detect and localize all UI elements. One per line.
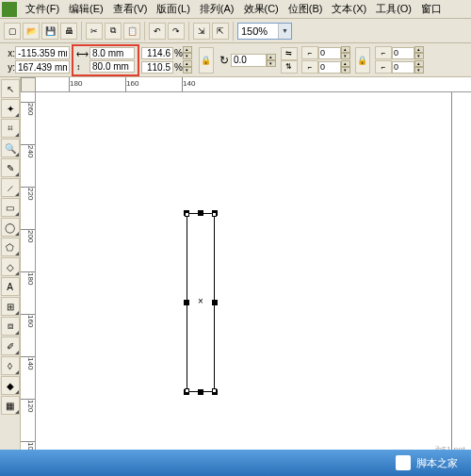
corner-icon[interactable]: ⌐ (301, 46, 318, 59)
spin-down[interactable]: ▾ (414, 67, 424, 74)
percent-label: % (174, 48, 183, 58)
lock-ratio-icon[interactable]: 🔒 (199, 47, 214, 74)
x-label: x: (4, 48, 15, 58)
zoom-combo[interactable]: ▼ (237, 23, 292, 40)
blend-tool[interactable]: ⧈ (1, 317, 20, 336)
menu-file[interactable]: 文件(F) (21, 0, 64, 18)
selection-handle-ml[interactable] (184, 300, 189, 305)
print-icon[interactable]: 🖶 (60, 23, 77, 40)
spin-down[interactable]: ▾ (341, 53, 350, 59)
crop-tool[interactable]: ⌗ (1, 119, 20, 138)
scale-y-input[interactable] (141, 61, 173, 74)
drawing-canvas[interactable]: × jb51.net (36, 92, 471, 473)
spin-up[interactable]: ▴ (414, 46, 424, 53)
node-handle[interactable] (185, 388, 189, 393)
y-position-input[interactable] (15, 60, 70, 74)
open-icon[interactable]: 📂 (23, 23, 40, 40)
spin-up[interactable]: ▴ (341, 60, 350, 67)
menu-text[interactable]: 文本(X) (327, 0, 371, 18)
zoom-tool[interactable]: 🔍 (1, 139, 20, 157)
spin-down[interactable]: ▾ (414, 53, 424, 59)
interactive-fill-tool[interactable]: ▦ (1, 396, 20, 415)
horizontal-ruler[interactable]: 180 160 140 (36, 77, 471, 92)
corner-icon[interactable]: ⌐ (375, 60, 392, 74)
footer-text: 脚本之家 (416, 456, 458, 470)
ruler-tick: 180 (21, 271, 35, 272)
eyedropper-tool[interactable]: ✐ (1, 336, 20, 355)
canvas-area: 180 160 140 260 240 220 200 180 160 140 … (21, 77, 471, 473)
selection-handle-bm[interactable] (198, 389, 203, 395)
ruler-tick: 160 (21, 314, 35, 315)
menu-effects[interactable]: 效果(C) (239, 0, 284, 18)
spin-up[interactable]: ▴ (341, 46, 350, 53)
save-icon[interactable]: 💾 (41, 23, 58, 40)
spin-up[interactable]: ▴ (414, 60, 424, 67)
node-handle[interactable] (212, 212, 217, 217)
menu-layout[interactable]: 版面(L) (152, 0, 194, 18)
menu-view[interactable]: 查看(V) (108, 0, 153, 18)
percent-label: % (174, 62, 183, 73)
paste-icon[interactable]: 📋 (123, 23, 140, 40)
menu-window[interactable]: 窗口 (416, 0, 447, 18)
width-input[interactable] (89, 47, 135, 59)
basic-shapes-tool[interactable]: ◇ (1, 257, 20, 276)
rotation-input[interactable] (231, 54, 267, 67)
menu-arrange[interactable]: 排列(A) (195, 0, 239, 18)
node-handle[interactable] (185, 212, 189, 217)
spin-down[interactable]: ▾ (341, 67, 350, 74)
ruler-origin[interactable] (21, 77, 36, 92)
corner4-input[interactable] (392, 61, 414, 74)
width-icon: ⟷ (76, 49, 89, 58)
polygon-tool[interactable]: ⬠ (1, 238, 20, 256)
selection-handle-tm[interactable] (198, 210, 203, 216)
export-icon[interactable]: ⇱ (212, 23, 229, 40)
zoom-input[interactable] (238, 25, 278, 37)
corner3-input[interactable] (392, 47, 414, 59)
spin-up[interactable]: ▴ (267, 54, 276, 60)
spin-up[interactable]: ▴ (183, 60, 192, 67)
menu-tools[interactable]: 工具(O) (371, 0, 416, 18)
cut-icon[interactable]: ✂ (86, 23, 103, 40)
vertical-ruler[interactable]: 260 240 220 200 180 160 140 120 100 (21, 92, 36, 473)
lock-icon[interactable]: 🔒 (355, 47, 370, 74)
x-position-input[interactable] (15, 46, 70, 59)
corner2-input[interactable] (318, 61, 341, 74)
mirror-h-icon[interactable]: ⇋ (281, 47, 298, 60)
menu-bitmaps[interactable]: 位图(B) (284, 0, 328, 18)
shape-tool[interactable]: ✦ (1, 99, 20, 118)
spin-down[interactable]: ▾ (183, 53, 192, 59)
ruler-tick: 120 (21, 399, 35, 400)
scale-x-input[interactable] (141, 47, 173, 59)
mirror-v-icon[interactable]: ⇅ (281, 60, 298, 74)
footer-logo-icon (396, 455, 411, 470)
spin-up[interactable]: ▴ (183, 46, 192, 53)
table-tool[interactable]: ⊞ (1, 297, 20, 316)
spin-down[interactable]: ▾ (183, 67, 192, 74)
copy-icon[interactable]: ⧉ (105, 23, 122, 40)
undo-icon[interactable]: ↶ (149, 23, 166, 40)
rectangle-tool[interactable]: ▭ (1, 198, 20, 217)
height-input[interactable] (89, 60, 135, 73)
new-icon[interactable]: ▢ (4, 23, 21, 40)
node-handle[interactable] (212, 388, 217, 393)
text-tool[interactable]: A (1, 277, 20, 296)
redo-icon[interactable]: ↷ (168, 23, 185, 40)
fill-tool[interactable]: ◆ (1, 376, 20, 395)
rotation-icon: ↻ (219, 54, 229, 67)
center-marker[interactable]: × (198, 296, 203, 306)
import-icon[interactable]: ⇲ (193, 23, 210, 40)
spin-down[interactable]: ▾ (267, 60, 276, 67)
freehand-tool[interactable]: ✎ (1, 158, 20, 177)
corner-icon[interactable]: ⌐ (375, 46, 392, 59)
pick-tool[interactable]: ↖ (1, 79, 20, 98)
corner-icon[interactable]: ⌐ (301, 60, 318, 74)
y-label: y: (4, 62, 15, 73)
smart-tool[interactable]: ⟋ (1, 178, 20, 197)
outline-tool[interactable]: ◊ (1, 356, 20, 375)
ellipse-tool[interactable]: ◯ (1, 218, 20, 237)
corner1-input[interactable] (318, 47, 341, 59)
chevron-down-icon[interactable]: ▼ (278, 24, 291, 39)
selection-handle-mr[interactable] (212, 300, 218, 305)
menu-bar: 文件(F) 编辑(E) 查看(V) 版面(L) 排列(A) 效果(C) 位图(B… (0, 0, 471, 19)
menu-edit[interactable]: 编辑(E) (64, 0, 108, 18)
